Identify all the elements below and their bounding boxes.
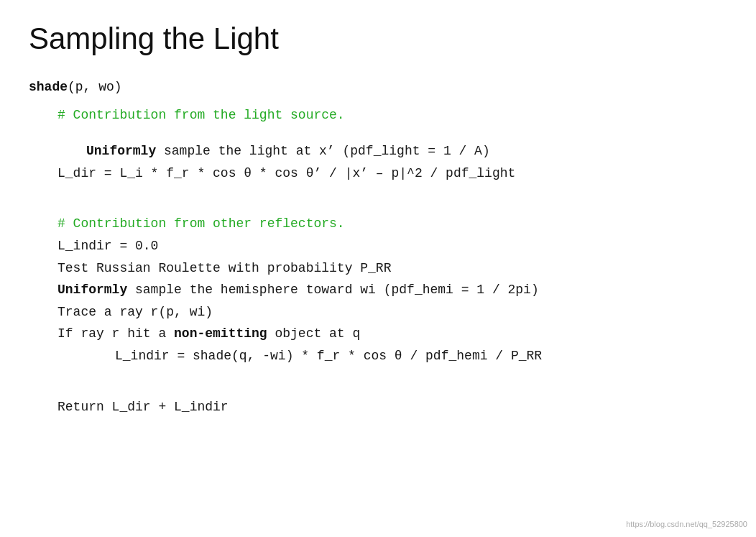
line-ldir: L_dir = L_i * f_r * cos θ * cos θ’ / |x’… [29, 162, 727, 185]
if-prefix: If ray r hit a [57, 326, 174, 341]
func-signature: shade(p, wo) [29, 76, 727, 98]
func-name: shade [29, 80, 68, 94]
lindir2-formula: L_indir = shade(q, -wi) * f_r * cos θ / … [86, 345, 727, 367]
line-trace: Trace a ray r(p, wi) [29, 301, 727, 323]
func-params: (p, wo) [68, 80, 122, 94]
spacer-3 [29, 198, 727, 213]
return-text: Return L_dir + L_indir [57, 396, 727, 418]
comment-reflectors: # Contribution from other reflectors. [57, 213, 727, 235]
page-title: Sampling the Light [29, 22, 727, 56]
keyword-uniformly-light: Uniformly [86, 144, 156, 158]
comment-light-section: # Contribution from the light source. [29, 104, 727, 127]
keyword-non-emitting: non-emitting [174, 326, 267, 341]
watermark: https://blog.csdn.net/qq_52925800 [626, 520, 747, 528]
line-uniformly-light-text: Uniformly sample the light at x’ (pdf_li… [86, 144, 490, 158]
line-if-text: If ray r hit a non-emitting object at q [57, 326, 360, 341]
line-if: If ray r hit a non-emitting object at q [29, 323, 727, 345]
line-lindir2: L_indir = shade(q, -wi) * f_r * cos θ / … [29, 345, 727, 367]
line-uniformly-hemi: Uniformly sample the hemisphere toward w… [29, 279, 727, 301]
line-uniformly-light: Uniformly sample the light at x’ (pdf_li… [29, 140, 727, 162]
if-suffix: object at q [267, 326, 361, 341]
line-uniformly-light-rest: sample the light at x’ (pdf_light = 1 / … [156, 144, 489, 158]
line-return: Return L_dir + L_indir [29, 396, 727, 418]
comment-light: # Contribution from the light source. [57, 104, 727, 127]
line-lindir-init: L_indir = 0.0 [29, 235, 727, 257]
trace-text: Trace a ray r(p, wi) [57, 301, 727, 323]
spacer-4 [29, 367, 727, 382]
lindir-init-text: L_indir = 0.0 [57, 235, 727, 257]
comment-reflectors-section: # Contribution from other reflectors. [29, 213, 727, 235]
code-block: shade(p, wo) # Contribution from the lig… [29, 76, 727, 418]
line-roulette: Test Russian Roulette with probability P… [29, 257, 727, 280]
line-uniformly-hemi-text: Uniformly sample the hemisphere toward w… [57, 283, 539, 297]
roulette-text: Test Russian Roulette with probability P… [57, 257, 727, 280]
keyword-uniformly-hemi: Uniformly [57, 283, 127, 297]
ldir-formula: L_dir = L_i * f_r * cos θ * cos θ’ / |x’… [57, 162, 727, 185]
spacer-5 [29, 382, 727, 396]
spacer-1 [29, 126, 727, 140]
line-uniformly-hemi-rest: sample the hemisphere toward wi (pdf_hem… [127, 283, 539, 297]
spacer-2 [29, 184, 727, 198]
